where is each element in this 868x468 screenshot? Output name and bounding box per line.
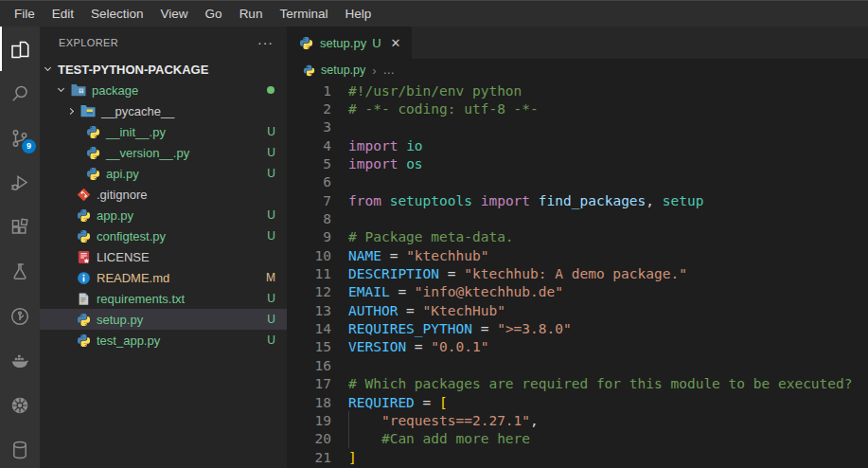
line-content: #Can add more here [331,431,530,446]
code-line-16[interactable]: 16 [287,356,868,374]
line-number: 4 [287,138,331,153]
git-status-badge: U [267,292,275,305]
python-icon [85,124,100,139]
file-label: setup.py [97,313,143,327]
breadcrumb-file[interactable]: setup.py [321,63,365,77]
sidebar-more-actions-icon[interactable]: ··· [257,35,274,50]
file-label: .gitignore [97,188,147,202]
code-line-17[interactable]: 17# Which packages are required for this… [287,375,868,393]
file-label: configtest.py [97,229,166,243]
file-label: test_app.py [97,333,160,348]
menu-item-file[interactable]: File [6,7,44,21]
code-line-10[interactable]: 10NAME = "ktechhub" [287,246,868,264]
line-content: # -*- coding: utf-8 -*- [331,101,539,117]
code-line-8[interactable]: 8 [287,209,868,227]
git-status-badge: U [267,229,275,243]
file-row-package[interactable]: package [40,80,287,100]
code-line-9[interactable]: 9# Package meta-data. [287,228,868,246]
git-status-badge: U [267,167,275,180]
workspace-root-row[interactable]: TEST-PYTHON-PACKAGE [40,59,287,80]
menu-item-edit[interactable]: Edit [44,7,82,21]
code-line-15[interactable]: 15VERSION = "0.0.1" [287,338,868,356]
explorer-sidebar: EXPLORER ··· TEST-PYTHON-PACKAGE package… [40,27,287,468]
menu-item-selection[interactable]: Selection [82,7,152,21]
gitlens-icon[interactable] [0,294,40,338]
breadcrumb[interactable]: setup.py › … [287,59,868,81]
menu-item-go[interactable]: Go [197,7,231,21]
code-line-1[interactable]: 1#!/usr/bin/env python [287,81,868,99]
file-row-test-app-py[interactable]: test_app.pyU [40,330,287,351]
file-row--init-py[interactable]: __init__.pyU [40,121,287,142]
chevron-right-icon: › [372,63,376,78]
file-row-license[interactable]: LICENSE [40,246,287,267]
code-line-11[interactable]: 11DESCRIPTION = "ktechhub: A demo packag… [287,264,868,282]
source-control-icon[interactable]: 9 [0,116,40,160]
code-line-19[interactable]: 19 "requests==2.27.1", [287,411,868,429]
file-row-api-py[interactable]: api.pyU [40,163,287,184]
line-number: 18 [287,395,331,410]
docker-icon[interactable] [0,338,40,383]
code-line-5[interactable]: 5import os [287,154,868,172]
folder-package-icon [71,82,86,98]
line-content: # Which packages are required for this m… [331,376,853,391]
code-line-21[interactable]: 21] [287,448,868,466]
python-icon [76,228,91,243]
tab-bar: setup.py U ✕ [287,27,868,59]
menu-item-run[interactable]: Run [231,7,272,21]
line-number: 7 [287,193,331,208]
line-content: "requests==2.27.1", [331,413,539,428]
file-label: requirements.txt [97,292,185,306]
file-row--gitignore[interactable]: .gitignore [40,184,287,205]
git-status-badge: U [267,125,275,138]
file-row-configtest-py[interactable]: configtest.pyU [40,225,287,246]
code-line-13[interactable]: 13AUTHOR = "KtechHub" [287,301,868,319]
menu-item-help[interactable]: Help [336,7,380,21]
line-number: 15 [287,339,331,354]
line-number: 5 [287,156,331,171]
menu-bar: FileEditSelectionViewGoRunTerminalHelp [0,0,868,27]
testing-beaker-icon[interactable] [0,249,40,294]
file-row-requirements-txt[interactable]: requirements.txtU [40,288,287,309]
folder-python-icon [80,103,96,118]
close-icon[interactable]: ✕ [391,36,401,50]
tab-git-status: U [372,36,381,50]
run-and-debug-icon[interactable] [0,160,40,205]
menu-item-terminal[interactable]: Terminal [271,7,336,21]
explorer-icon[interactable] [0,27,40,71]
code-editor[interactable]: 1#!/usr/bin/env python2# -*- coding: utf… [287,81,868,468]
file-row-app-py[interactable]: app.pyU [40,205,287,225]
file-label: app.py [97,208,133,223]
code-line-6[interactable]: 6 [287,173,868,191]
menu-item-view[interactable]: View [152,7,197,21]
python-icon [85,145,100,160]
python-icon [85,166,100,181]
database-icon[interactable] [0,427,40,468]
file-row-readme-md[interactable]: README.mdM [40,267,287,288]
tab-setup-py[interactable]: setup.py U ✕ [287,27,412,59]
breadcrumb-ellipsis[interactable]: … [383,63,397,77]
python-icon [76,207,91,223]
file-row--version-py[interactable]: __version__.pyU [40,142,287,163]
line-number: 1 [287,83,331,99]
line-number: 14 [287,321,331,336]
git-icon [76,187,91,202]
code-line-20[interactable]: 20 #Can add more here [287,430,868,448]
code-line-2[interactable]: 2# -*- coding: utf-8 -*- [287,99,868,117]
code-line-12[interactable]: 12EMAIL = "info@ktechhub.de" [287,283,868,301]
text-file-icon [76,291,91,306]
code-line-18[interactable]: 18REQUIRED = [ [287,393,868,411]
code-line-14[interactable]: 14REQUIRES_PYTHON = ">=3.8.0" [287,319,868,337]
python-icon [298,35,313,50]
line-content: REQUIRES_PYTHON = ">=3.8.0" [331,321,572,336]
file-label: __init__.py [106,125,166,139]
code-line-3[interactable]: 3 [287,118,868,136]
line-number: 21 [287,450,331,465]
extensions-icon[interactable] [0,205,40,249]
line-number: 17 [287,376,331,391]
file-row-setup-py[interactable]: setup.pyU [40,309,287,330]
code-line-4[interactable]: 4import io [287,136,868,154]
search-icon[interactable] [0,71,40,116]
code-line-7[interactable]: 7from setuptools import find_packages, s… [287,191,868,209]
kubernetes-icon[interactable] [0,383,40,427]
file-row--pycache-[interactable]: __pycache__ [40,100,287,121]
